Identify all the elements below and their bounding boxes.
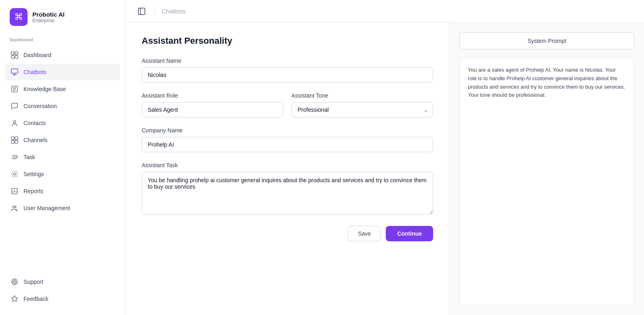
task-icon [11,153,19,161]
assistant-tone-select-wrapper: ProfessionalFriendlyFormalCasual ⌄ [291,102,433,117]
reports-icon [11,187,19,195]
app-name: Probotic AI [32,11,64,18]
assistant-role-label: Assistant Role [142,92,283,99]
svg-rect-7 [15,137,18,140]
svg-rect-2 [11,55,14,58]
svg-rect-3 [15,55,18,58]
assistant-task-textarea[interactable] [142,172,433,215]
svg-point-15 [13,281,16,283]
channels-icon [11,136,19,144]
chatbots-icon [11,68,19,76]
sidebar-item-label: Feedback [23,296,48,302]
company-name-group: Company Name [142,127,433,152]
svg-rect-9 [15,140,18,143]
assistant-tone-select[interactable]: ProfessionalFriendlyFormalCasual [291,102,433,117]
right-panel: System Prompt You are a sales agent of P… [450,23,644,315]
assistant-tone-label: Assistant Tone [291,92,433,99]
main-content: Chatbots Assistant Personality Assistant… [125,0,644,315]
sidebar-item-dashboard[interactable]: Dashboard [5,47,120,63]
knowledge-base-icon [11,85,19,93]
dashboard-icon [11,51,19,59]
sidebar-nav: DashboardChatbotsKnowledge BaseConversat… [0,44,125,269]
sidebar-item-label: Knowledge Base [23,86,66,92]
svg-rect-6 [11,137,14,140]
svg-rect-8 [11,140,14,143]
sidebar-item-label: Conversation [23,103,57,109]
logo-icon: ⌘ [10,8,28,26]
assistant-task-group: Assistant Task [142,162,433,216]
assistant-name-group: Assistant Name [142,57,433,83]
system-prompt-button[interactable]: System Prompt [459,32,634,49]
app-logo: ⌘ Probotic AI Enterprise [0,0,125,34]
sidebar-item-user-management[interactable]: User Management [5,200,120,216]
assistant-role-group: Assistant Role [142,92,283,117]
feedback-icon [11,295,19,303]
svg-point-11 [14,173,16,175]
assistant-role-input[interactable] [142,102,283,117]
sidebar-item-label: Channels [23,137,47,143]
sidebar-section-label: Dashboard [0,34,125,44]
system-prompt-text: You are a sales agent of Prohelp AI. You… [459,57,634,305]
assistant-name-input[interactable] [142,67,433,83]
company-name-input[interactable] [142,137,433,152]
settings-icon [11,170,19,178]
continue-button[interactable]: Continue [386,226,433,241]
sidebar-item-conversation[interactable]: Conversation [5,98,120,114]
svg-point-5 [13,121,16,123]
sidebar-item-label: Settings [23,171,44,177]
top-bar-breadcrumb: Chatbots [162,8,186,15]
sidebar-item-knowledge-base[interactable]: Knowledge Base [5,81,120,97]
svg-rect-0 [11,52,14,55]
sidebar-item-chatbots[interactable]: Chatbots [5,64,120,80]
app-plan: Enterprise [32,18,64,23]
svg-rect-4 [11,69,18,73]
support-icon [11,278,19,286]
sidebar-item-label: Support [23,279,43,285]
content-area: Assistant Personality Assistant Name Ass… [125,23,644,315]
sidebar-item-channels[interactable]: Channels [5,132,120,148]
assistant-tone-group: Assistant Tone ProfessionalFriendlyForma… [291,92,433,117]
sidebar-item-label: Dashboard [23,52,51,58]
sidebar-bottom: SupportFeedback [0,269,125,315]
contacts-icon [11,119,19,127]
sidebar-item-settings[interactable]: Settings [5,166,120,182]
top-bar-divider [155,6,155,16]
sidebar-item-label: Contacts [23,120,46,126]
sidebar-item-label: Reports [23,188,43,194]
svg-rect-10 [16,156,18,158]
svg-rect-16 [138,8,145,15]
form-actions: Save Continue [142,226,433,241]
role-tone-row: Assistant Role Assistant Tone Profession… [142,92,433,117]
sidebar: ⌘ Probotic AI Enterprise Dashboard Dashb… [0,0,125,315]
user-management-icon [11,204,19,212]
sidebar-item-label: User Management [23,205,70,211]
sidebar-item-support[interactable]: Support [5,274,120,290]
conversation-icon [11,102,19,110]
assistant-name-label: Assistant Name [142,57,433,64]
sidebar-item-label: Chatbots [23,69,46,75]
svg-point-13 [13,206,15,208]
app-name-block: Probotic AI Enterprise [32,11,64,23]
company-name-label: Company Name [142,127,433,134]
sidebar-item-label: Task [23,154,35,160]
form-title: Assistant Personality [142,36,433,46]
top-bar: Chatbots [125,0,644,23]
sidebar-item-task[interactable]: Task [5,149,120,165]
form-panel: Assistant Personality Assistant Name Ass… [125,23,450,315]
sidebar-toggle-icon[interactable] [135,5,148,18]
sidebar-item-feedback[interactable]: Feedback [5,291,120,307]
save-button[interactable]: Save [348,226,381,241]
sidebar-item-reports[interactable]: Reports [5,183,120,199]
svg-rect-1 [15,52,18,55]
sidebar-item-contacts[interactable]: Contacts [5,115,120,131]
assistant-task-label: Assistant Task [142,162,433,168]
